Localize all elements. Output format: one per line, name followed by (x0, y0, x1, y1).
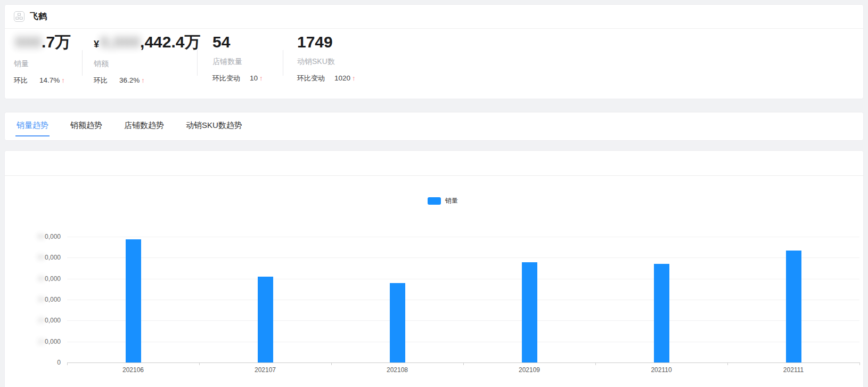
stats-row: 888.7万 销量 环比14.7%↑ ¥8,888,442.4万 销额 环比36… (5, 29, 863, 99)
x-axis-label: 202106 (109, 366, 157, 374)
stat-label: 动销SKU数 (297, 57, 356, 67)
stat-value: 54 (212, 32, 263, 52)
bar-202108[interactable] (390, 283, 405, 362)
up-arrow-icon: ↑ (61, 76, 65, 84)
visible-digits: 0,000 (45, 296, 61, 303)
y-axis-label: 300,000 (5, 295, 61, 304)
x-axis-label: 202109 (505, 366, 553, 374)
visible-digits: .7万 (42, 33, 71, 51)
chart-plot: 0100,000200,000300,000400,000500,000600,… (5, 151, 864, 387)
x-axis-tick (199, 362, 200, 365)
divider (283, 50, 283, 76)
visible-digits: 0,000 (45, 275, 61, 283)
change-label: 环比 (14, 76, 28, 84)
y-axis-label: 200,000 (5, 316, 61, 325)
gridline (67, 320, 859, 321)
tab-sales-amount-trend[interactable]: 销额趋势 (69, 120, 103, 135)
stat-change: 环比变动10↑ (212, 74, 263, 83)
redacted-digits: 888 (15, 33, 42, 51)
change-value: 14.7% (39, 76, 60, 84)
visible-digits: 0,000 (45, 338, 61, 345)
stat-value: ¥8,888,442.4万 (94, 32, 201, 54)
x-axis-label: 202111 (769, 366, 817, 374)
trend-chart-card: 销量 0100,000200,000300,000400,000500,0006… (4, 150, 864, 387)
x-axis-label: 202108 (373, 366, 421, 374)
tab-active-sku-trend[interactable]: 动销SKU数趋势 (185, 120, 243, 135)
redacted-digits: 60 (38, 232, 45, 241)
y-axis-label: 600,000 (5, 232, 61, 241)
stat-value: 888.7万 (14, 32, 71, 54)
divider (82, 50, 83, 76)
brand-icon (14, 11, 24, 22)
x-axis-tick (463, 362, 464, 365)
x-axis-label: 202107 (241, 366, 289, 374)
stat-value: 1749 (297, 32, 356, 52)
stat-label: 店铺数量 (212, 57, 263, 67)
x-axis-tick (727, 362, 728, 365)
bar-202106[interactable] (126, 239, 141, 362)
card-header: 飞鹤 (5, 5, 863, 29)
stat-active-sku-count: 1749 动销SKU数 环比变动1020↑ (297, 32, 356, 83)
change-label: 环比变动 (212, 74, 240, 82)
stat-change: 环比变动1020↑ (297, 74, 356, 83)
change-value: 1020 (334, 74, 350, 82)
stat-change: 环比36.2%↑ (94, 76, 201, 85)
up-arrow-icon: ↑ (141, 76, 145, 84)
visible-digits: ,442.4万 (140, 33, 200, 51)
change-label: 环比变动 (297, 74, 325, 82)
y-axis-label: 100,000 (5, 337, 61, 346)
tab-bar: 销量趋势 销额趋势 店铺数趋势 动销SKU数趋势 (5, 112, 863, 136)
change-value: 10 (250, 74, 258, 82)
bar-202110[interactable] (654, 264, 669, 362)
gridline (67, 257, 859, 258)
brand-title: 飞鹤 (30, 11, 47, 22)
stat-sales-volume: 888.7万 销量 环比14.7%↑ (14, 32, 71, 85)
tab-sales-volume-trend[interactable]: 销量趋势 (15, 120, 50, 136)
bar-202111[interactable] (786, 251, 801, 362)
bar-202109[interactable] (522, 262, 537, 362)
tab-store-count-trend[interactable]: 店铺数趋势 (123, 120, 165, 135)
gridline (67, 342, 859, 342)
visible-digits: 1749 (297, 33, 333, 51)
bar-202107[interactable] (258, 277, 273, 362)
visible-digits: 0,000 (45, 233, 61, 240)
y-axis-label: 400,000 (5, 275, 61, 283)
visible-digits: 0,000 (45, 254, 61, 261)
stat-label: 销量 (14, 59, 71, 69)
brand-summary-card: 飞鹤 888.7万 销量 环比14.7%↑ ¥8,888,442.4万 销额 环… (4, 4, 864, 99)
up-arrow-icon: ↑ (352, 74, 356, 82)
visible-digits: 0,000 (45, 317, 61, 324)
redacted-digits: 30 (38, 295, 45, 304)
gridline (67, 300, 859, 300)
up-arrow-icon: ↑ (259, 74, 263, 82)
x-axis-tick (331, 362, 332, 365)
stat-label: 销额 (94, 59, 201, 69)
x-axis-tick (859, 362, 860, 365)
x-axis-label: 202110 (637, 366, 685, 374)
stat-sales-amount: ¥8,888,442.4万 销额 环比36.2%↑ (94, 32, 201, 85)
change-label: 环比 (94, 76, 108, 84)
y-axis-label: 500,000 (5, 253, 61, 262)
trend-tabs-card: 销量趋势 销额趋势 店铺数趋势 动销SKU数趋势 (4, 112, 864, 141)
change-value: 36.2% (119, 76, 140, 84)
stat-store-count: 54 店铺数量 环比变动10↑ (212, 32, 263, 83)
stat-change: 环比14.7%↑ (14, 76, 71, 85)
redacted-digits: 50 (38, 253, 45, 262)
x-axis-tick (67, 362, 68, 365)
redacted-digits: 10 (38, 337, 45, 346)
visible-digits: 54 (212, 33, 230, 51)
y-axis-label: 0 (5, 358, 61, 367)
redacted-digits: 8,888 (100, 33, 140, 51)
currency-prefix: ¥ (94, 39, 99, 50)
x-axis-tick (595, 362, 596, 365)
redacted-digits: 20 (38, 316, 45, 325)
gridline (67, 237, 859, 237)
gridline (67, 279, 859, 279)
divider (197, 50, 198, 76)
redacted-digits: 40 (38, 275, 45, 283)
